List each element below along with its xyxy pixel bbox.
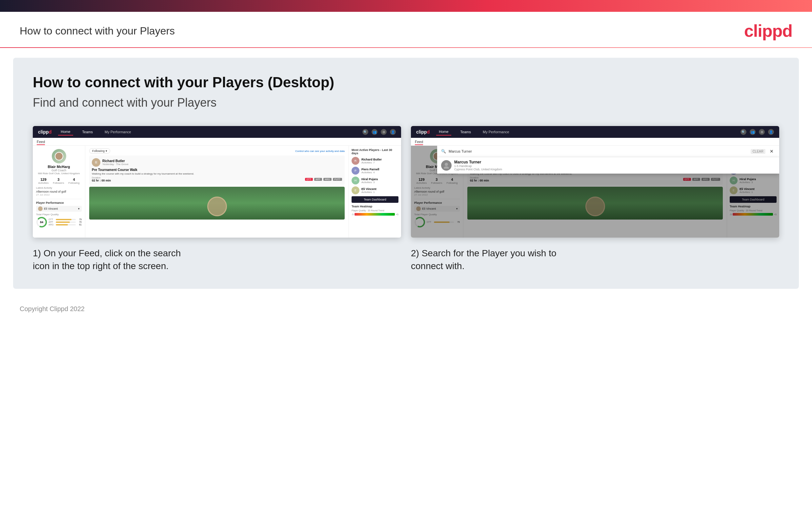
feed-tab-label-1[interactable]: Feed: [37, 140, 45, 145]
following-btn-1[interactable]: Following ▾: [89, 148, 110, 154]
ott-tag[interactable]: OTT: [305, 178, 313, 181]
profile-role-1: Golf Coach: [36, 169, 82, 172]
search-bar: 🔍 Marcus Turner CLEAR ✕: [437, 146, 779, 157]
search-overlay: 🔍 Marcus Turner CLEAR ✕: [437, 146, 779, 174]
nav-icons-2: 🔍 👥 ⚙ 👤: [741, 129, 774, 135]
search-icon[interactable]: 🔍: [363, 129, 368, 135]
nav-logo-1: clippd: [38, 129, 51, 134]
search-icon-overlay: 🔍: [441, 149, 446, 154]
gear-icon-2[interactable]: ⚙: [759, 129, 765, 135]
following-row-1: Following ▾ Control who can see your act…: [89, 148, 345, 154]
activity-avatar-1: R: [92, 158, 100, 167]
screenshot-block-1: clippd Home Teams My Performance 🔍 👥 ⚙ 👤…: [33, 126, 401, 272]
stat-followers-1: 3 Followers: [53, 177, 64, 184]
people-icon[interactable]: 👥: [372, 129, 378, 135]
footer: Copyright Clippd 2022: [0, 299, 812, 319]
result-club: Cypress Point Club, United Kingdom: [454, 168, 502, 171]
search-result-card[interactable]: Marcus Turner 1-5 Handicap Cypress Point…: [437, 157, 779, 174]
profile-club-1: Mill Ride Golf Club, United Kingdom: [36, 172, 82, 175]
main-subtitle: Find and connect with your Players: [33, 96, 779, 110]
caption-1: 1) On your Feed, click on the searchicon…: [33, 247, 401, 272]
putt-tag[interactable]: PUTT: [333, 178, 342, 181]
app-nav-2: clippd Home Teams My Performance 🔍 👥 ⚙ 👤: [411, 126, 779, 138]
profile-area-1: Blair McHarg Golf Coach Mill Ride Golf C…: [36, 149, 82, 175]
main-content: How to connect with your Players (Deskto…: [13, 58, 799, 289]
top-bar: [0, 0, 812, 12]
people-icon-2[interactable]: 👥: [750, 129, 756, 135]
main-title: How to connect with your Players (Deskto…: [33, 74, 779, 91]
stat-activities-1: 129 Activities: [38, 177, 49, 184]
feed-tab-label-2[interactable]: Feed: [415, 140, 423, 145]
logo: clippd: [744, 21, 792, 41]
feed-tab-1: Feed: [33, 138, 401, 146]
feed-tab-2: Feed: [411, 138, 779, 146]
profile-name-1: Blair McHarg: [36, 165, 82, 169]
nav-logo-2: clippd: [416, 129, 430, 134]
list-item: E Eli Vincent Activities: 1: [351, 186, 398, 194]
quality-donut: 84: [36, 217, 47, 228]
activity-card-1: R Richard Butler Yesterday · The Grove P…: [89, 156, 345, 185]
result-avatar: [441, 160, 451, 171]
activity-user-row-1: R Richard Butler Yesterday · The Grove: [92, 158, 342, 167]
result-name: Marcus Turner: [454, 160, 502, 164]
arg-tag[interactable]: ARG: [323, 178, 332, 181]
avatar-icon-2[interactable]: 👤: [768, 129, 774, 135]
svg-point-3: [444, 166, 449, 169]
middle-panel-1: Following ▾ Control who can see your act…: [85, 146, 349, 238]
list-item: H Hiral Pujara Activities: 3: [351, 176, 398, 184]
nav-home-2[interactable]: Home: [436, 128, 451, 135]
page-title: How to connect with your Players: [20, 25, 175, 37]
golf-image-1: [89, 187, 345, 219]
left-panel-1: Blair McHarg Golf Coach Mill Ride Golf C…: [33, 146, 85, 238]
quality-row-1: 84 OTT 79 APP: [36, 217, 82, 228]
screenshots-row: clippd Home Teams My Performance 🔍 👥 ⚙ 👤…: [33, 126, 779, 272]
gear-icon[interactable]: ⚙: [381, 129, 387, 135]
player-avatar: R: [351, 157, 360, 165]
app-nav-1: clippd Home Teams My Performance 🔍 👥 ⚙ 👤: [33, 126, 401, 138]
caption-2: 2) Search for the Player you wish toconn…: [411, 247, 779, 272]
player-perf-1: Player Performance Eli Vincent ▾ Total P…: [36, 199, 82, 228]
player-select-avatar: [38, 206, 43, 211]
player-select-1[interactable]: Eli Vincent ▾: [36, 206, 82, 212]
heatmap-sub-1: Player Quality · 20 Round Trend: [351, 209, 398, 212]
logo-accent: d: [782, 21, 792, 40]
svg-point-2: [445, 163, 448, 166]
copyright: Copyright Clippd 2022: [20, 305, 85, 312]
close-button[interactable]: ✕: [768, 148, 775, 155]
app-screenshot-1: clippd Home Teams My Performance 🔍 👥 ⚙ 👤…: [33, 126, 401, 238]
nav-myperformance-2[interactable]: My Performance: [480, 129, 512, 135]
nav-home-1[interactable]: Home: [58, 128, 73, 135]
player-avatar: H: [351, 176, 360, 184]
screenshot-block-2: clippd Home Teams My Performance 🔍 👥 ⚙ 👤…: [411, 126, 779, 272]
search-icon-2[interactable]: 🔍: [741, 129, 747, 135]
search-input-text[interactable]: Marcus Turner: [449, 149, 748, 153]
clear-button[interactable]: CLEAR: [751, 149, 765, 154]
control-link-1[interactable]: Control who can see your activity and da…: [295, 150, 345, 153]
header: How to connect with your Players clippd: [0, 12, 812, 47]
stat-following-1: 4 Following: [68, 177, 80, 184]
logo-text: clipp: [744, 21, 782, 40]
latest-activity-1: Latest Activity Afternoon round of golf …: [36, 186, 82, 196]
nav-teams-1[interactable]: Teams: [80, 129, 95, 135]
heatmap-bar-1: [354, 213, 395, 216]
team-dashboard-btn-1[interactable]: Team Dashboard: [351, 196, 398, 203]
nav-teams-2[interactable]: Teams: [458, 129, 474, 135]
app-body-1: Blair McHarg Golf Coach Mill Ride Golf C…: [33, 146, 401, 238]
avatar-icon[interactable]: 👤: [390, 129, 396, 135]
header-divider: [0, 47, 812, 48]
player-avatar: P: [351, 167, 360, 175]
chevron-down-icon: ▾: [78, 207, 80, 210]
quality-bars-1: OTT 79 APP 70: [49, 218, 82, 226]
list-item: P Piers Parnell Activities: 4: [351, 167, 398, 175]
most-active-title-1: Most Active Players - Last 30 days: [351, 148, 398, 155]
nav-myperformance-1[interactable]: My Performance: [102, 129, 134, 135]
right-panel-1: Most Active Players - Last 30 days R Ric…: [349, 146, 401, 238]
app-screenshot-2: clippd Home Teams My Performance 🔍 👥 ⚙ 👤…: [411, 126, 779, 238]
app-tag[interactable]: APP: [314, 178, 322, 181]
result-handicap: 1-5 Handicap: [454, 164, 502, 168]
player-perf-title-1: Player Performance: [36, 201, 82, 205]
stats-row-1: 129 Activities 3 Followers 4 Following: [36, 177, 82, 184]
team-heatmap-title-1: Team Heatmap: [351, 205, 398, 208]
player-avatar: E: [351, 186, 360, 194]
list-item: R Richard Butler Activities: 7: [351, 157, 398, 165]
